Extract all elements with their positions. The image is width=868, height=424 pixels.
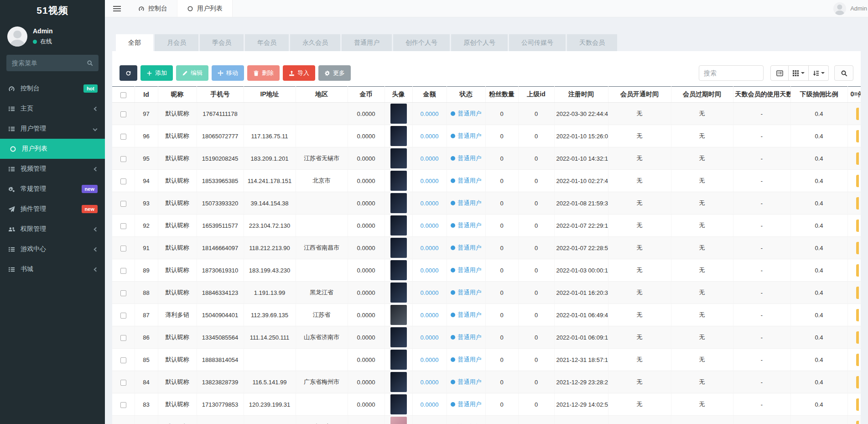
filter-tab-6[interactable]: 普通用户 xyxy=(342,34,392,51)
amount-link[interactable]: 0.0000 xyxy=(421,178,439,184)
user-avatar[interactable] xyxy=(390,260,407,280)
row-action-button-clipped[interactable] xyxy=(856,376,859,388)
user-avatar[interactable] xyxy=(390,305,407,325)
column-header-17[interactable]: 0=停 xyxy=(847,87,861,103)
user-avatar[interactable] xyxy=(390,394,407,414)
sidebar-item-general-mgmt[interactable]: 常规管理new xyxy=(0,179,105,199)
user-avatar[interactable] xyxy=(390,104,407,124)
row-action-button-clipped[interactable] xyxy=(856,220,859,232)
user-avatar[interactable] xyxy=(390,417,407,424)
import-button[interactable]: 导入 xyxy=(283,65,315,81)
row-checkbox[interactable] xyxy=(120,357,126,363)
row-action-button-clipped[interactable] xyxy=(856,130,859,142)
sidebar-toggle-icon[interactable] xyxy=(105,0,129,17)
user-avatar[interactable] xyxy=(390,215,407,236)
column-header-15[interactable]: 天数会员的使用天数 xyxy=(733,87,790,103)
row-action-button-clipped[interactable] xyxy=(856,287,859,299)
row-action-button-clipped[interactable] xyxy=(856,354,859,366)
user-avatar[interactable] xyxy=(390,283,407,303)
row-action-button-clipped[interactable] xyxy=(856,398,859,411)
row-checkbox[interactable] xyxy=(120,313,126,319)
columns-button[interactable] xyxy=(789,65,809,81)
sidebar-item-plugin-mgmt[interactable]: 插件管理new xyxy=(0,199,105,219)
amount-link[interactable]: 0.0000 xyxy=(421,334,439,341)
row-action-button-clipped[interactable] xyxy=(856,264,859,277)
row-checkbox[interactable] xyxy=(120,156,126,162)
filter-tab-9[interactable]: 公司传媒号 xyxy=(509,34,566,51)
user-avatar[interactable] xyxy=(390,372,407,392)
amount-link[interactable]: 0.0000 xyxy=(421,267,439,274)
column-header-16[interactable]: 下级抽佣比例 xyxy=(790,87,847,103)
sidebar-item-game-center[interactable]: 游戏中心 xyxy=(0,239,105,259)
row-checkbox[interactable] xyxy=(120,178,126,184)
row-checkbox[interactable] xyxy=(120,201,126,207)
search-button[interactable] xyxy=(834,65,853,81)
user-avatar[interactable] xyxy=(390,193,407,213)
delete-button[interactable]: 删除 xyxy=(247,65,280,81)
amount-link[interactable]: 0.0000 xyxy=(421,245,439,251)
row-action-button-clipped[interactable] xyxy=(856,108,859,120)
row-checkbox[interactable] xyxy=(120,380,126,386)
refresh-button[interactable] xyxy=(120,65,137,81)
sidebar-item-book-city[interactable]: 书城 xyxy=(0,259,105,279)
sidebar-item-user-mgmt[interactable]: 用户管理 xyxy=(0,119,105,139)
sidebar-item-console[interactable]: 控制台hot xyxy=(0,79,105,99)
export-button[interactable] xyxy=(809,65,829,81)
filter-tab-8[interactable]: 原创个人号 xyxy=(451,34,508,51)
filter-tab-4[interactable]: 年会员 xyxy=(245,34,289,51)
amount-link[interactable]: 0.0000 xyxy=(421,356,439,363)
row-checkbox[interactable] xyxy=(120,111,126,117)
amount-link[interactable]: 0.0000 xyxy=(421,200,439,207)
column-header-7[interactable]: 头像 xyxy=(385,87,412,103)
edit-button[interactable]: 编辑 xyxy=(176,65,208,81)
amount-link[interactable]: 0.0000 xyxy=(421,222,439,229)
filter-tab-5[interactable]: 永久会员 xyxy=(290,34,340,51)
sidebar-item-user-list[interactable]: 用户列表 xyxy=(0,139,105,159)
topbar-user[interactable]: Admin xyxy=(833,2,868,15)
column-header-11[interactable]: 上级id xyxy=(518,87,554,103)
more-button[interactable]: 更多 xyxy=(318,65,351,81)
column-header-9[interactable]: 状态 xyxy=(447,87,485,103)
column-header-12[interactable]: 注册时间 xyxy=(554,87,608,103)
amount-link[interactable]: 0.0000 xyxy=(421,401,439,408)
select-all-checkbox[interactable] xyxy=(120,92,126,98)
user-avatar[interactable] xyxy=(390,350,407,370)
user-avatar[interactable] xyxy=(390,171,407,191)
filter-tab-2[interactable]: 月会员 xyxy=(155,34,198,51)
sidebar-search-input[interactable] xyxy=(12,59,83,67)
tab-user-list[interactable]: 用户列表 xyxy=(177,0,233,17)
add-button[interactable]: 添加 xyxy=(140,65,173,81)
tab-console[interactable]: 控制台 xyxy=(129,0,177,17)
row-checkbox[interactable] xyxy=(120,335,126,341)
column-header-13[interactable]: 会员开通时间 xyxy=(608,87,671,103)
column-header-1[interactable]: Id xyxy=(135,87,158,103)
user-avatar[interactable] xyxy=(390,238,407,258)
column-header-5[interactable]: 地区 xyxy=(296,87,348,103)
filter-tab-7[interactable]: 创作个人号 xyxy=(393,34,450,51)
row-checkbox[interactable] xyxy=(120,290,126,296)
row-checkbox[interactable] xyxy=(120,134,126,140)
amount-link[interactable]: 0.0000 xyxy=(421,289,439,296)
move-button[interactable]: 移动 xyxy=(212,65,244,81)
row-action-button-clipped[interactable] xyxy=(856,152,859,165)
row-action-button-clipped[interactable] xyxy=(856,421,859,424)
amount-link[interactable]: 0.0000 xyxy=(421,133,439,140)
row-checkbox[interactable] xyxy=(120,246,126,251)
filter-tab-3[interactable]: 季会员 xyxy=(200,34,244,51)
amount-link[interactable]: 0.0000 xyxy=(421,312,439,319)
column-header-3[interactable]: 手机号 xyxy=(197,87,244,103)
table-search-input[interactable] xyxy=(699,65,764,81)
row-checkbox[interactable] xyxy=(120,223,126,229)
row-action-button-clipped[interactable] xyxy=(856,197,859,209)
row-checkbox[interactable] xyxy=(120,268,126,274)
sidebar-item-home[interactable]: 主页 xyxy=(0,99,105,119)
column-header-8[interactable]: 金额 xyxy=(412,87,447,103)
user-avatar[interactable] xyxy=(390,327,407,347)
row-action-button-clipped[interactable] xyxy=(856,242,859,254)
filter-tab-10[interactable]: 天数会员 xyxy=(567,34,617,51)
row-action-button-clipped[interactable] xyxy=(856,309,859,321)
sidebar-item-video-mgmt[interactable]: 视频管理 xyxy=(0,159,105,179)
sidebar-item-perm-mgmt[interactable]: 权限管理 xyxy=(0,219,105,239)
user-avatar[interactable] xyxy=(390,126,407,146)
amount-link[interactable]: 0.0000 xyxy=(421,379,439,386)
